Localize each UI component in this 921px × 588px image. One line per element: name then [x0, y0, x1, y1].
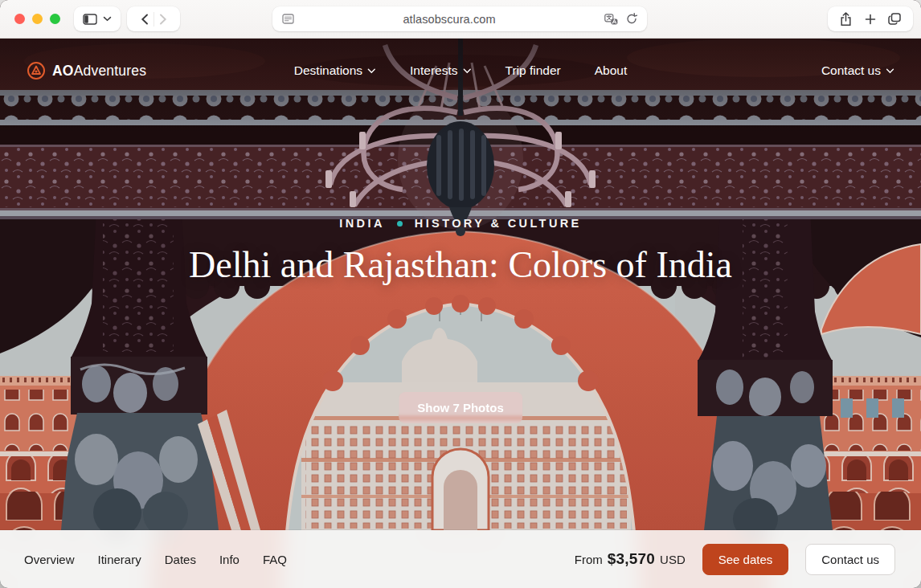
- url-text[interactable]: atlasobscura.com: [294, 13, 604, 26]
- tab-dates[interactable]: Dates: [165, 553, 196, 566]
- zoom-window-button[interactable]: [50, 14, 60, 24]
- nav-label: Interests: [410, 63, 457, 78]
- trip-tabs: Overview Itinerary Dates Info FAQ: [24, 553, 287, 566]
- forward-button-icon[interactable]: [159, 14, 167, 25]
- trip-price: From $3,570 USD: [575, 550, 686, 568]
- sidebar-toggle-icon[interactable]: [83, 14, 97, 25]
- logo-suffix: Adventures: [74, 63, 147, 79]
- reload-icon[interactable]: [626, 13, 637, 25]
- nav-label: Destinations: [294, 63, 362, 78]
- history-controls: [127, 6, 180, 31]
- nav-item-trip-finder[interactable]: Trip finder: [506, 63, 561, 78]
- divider: [154, 12, 154, 27]
- main-navigation: Destinations Interests Trip finder About: [294, 39, 627, 103]
- nav-label: About: [595, 63, 628, 78]
- separator-dot-icon: [397, 221, 403, 227]
- breadcrumb-topic[interactable]: HISTORY & CULTURE: [415, 217, 582, 230]
- chevron-down-icon: [886, 68, 894, 74]
- tab-itinerary[interactable]: Itinerary: [98, 553, 141, 566]
- translate-icon[interactable]: [604, 14, 618, 25]
- tab-info[interactable]: Info: [219, 553, 239, 566]
- nav-item-interests[interactable]: Interests: [410, 63, 471, 78]
- chevron-down-icon: [463, 68, 472, 74]
- sidebar-chevron-down-icon[interactable]: [103, 16, 112, 22]
- price-amount: $3,570: [608, 550, 655, 568]
- tab-overview[interactable]: Overview: [24, 553, 75, 566]
- chevron-down-icon: [367, 68, 376, 74]
- nav-item-about[interactable]: About: [595, 63, 628, 78]
- site-header: AOAdventures Destinations Interests Trip…: [0, 39, 921, 103]
- tab-overview-icon[interactable]: [888, 13, 901, 25]
- nav-item-destinations[interactable]: Destinations: [294, 63, 376, 78]
- new-tab-icon[interactable]: [865, 14, 876, 25]
- minimize-window-button[interactable]: [32, 14, 43, 24]
- browser-window: atlasobscura.com: [0, 0, 921, 588]
- breadcrumb: INDIA HISTORY & CULTURE: [0, 217, 921, 230]
- toolbar-actions: [828, 6, 913, 31]
- price-currency: USD: [660, 553, 686, 566]
- page-title: Delhi and Rajasthan: Colors of India: [155, 243, 766, 288]
- address-bar[interactable]: atlasobscura.com: [272, 6, 647, 31]
- price-and-actions: From $3,570 USD See dates Contact us: [575, 544, 895, 575]
- sidebar-controls: [74, 6, 121, 31]
- logo-prefix: AO: [52, 63, 74, 79]
- nav-label: Trip finder: [506, 63, 561, 78]
- palace-photo-illustration: [0, 39, 921, 588]
- nav-label: Contact us: [821, 63, 881, 78]
- show-photos-button[interactable]: Show 7 Photos: [399, 392, 522, 423]
- share-icon[interactable]: [840, 12, 852, 27]
- traffic-lights: [14, 14, 60, 24]
- back-button-icon[interactable]: [141, 14, 149, 25]
- trip-sticky-bar: Overview Itinerary Dates Info FAQ From $…: [0, 530, 921, 588]
- browser-toolbar: atlasobscura.com: [0, 0, 921, 39]
- atlas-obscura-logo-icon: [27, 61, 46, 80]
- close-window-button[interactable]: [14, 14, 25, 24]
- nav-item-contact-us[interactable]: Contact us: [821, 63, 894, 78]
- see-dates-button[interactable]: See dates: [702, 544, 789, 575]
- contact-us-button[interactable]: Contact us: [805, 544, 895, 575]
- site-logo[interactable]: AOAdventures: [27, 61, 146, 80]
- breadcrumb-category[interactable]: INDIA: [339, 217, 384, 230]
- reader-view-icon[interactable]: [282, 14, 294, 24]
- price-prefix: From: [575, 553, 603, 566]
- logo-text: AOAdventures: [52, 63, 146, 80]
- tab-faq[interactable]: FAQ: [263, 553, 287, 566]
- hero-image: AOAdventures Destinations Interests Trip…: [0, 39, 921, 588]
